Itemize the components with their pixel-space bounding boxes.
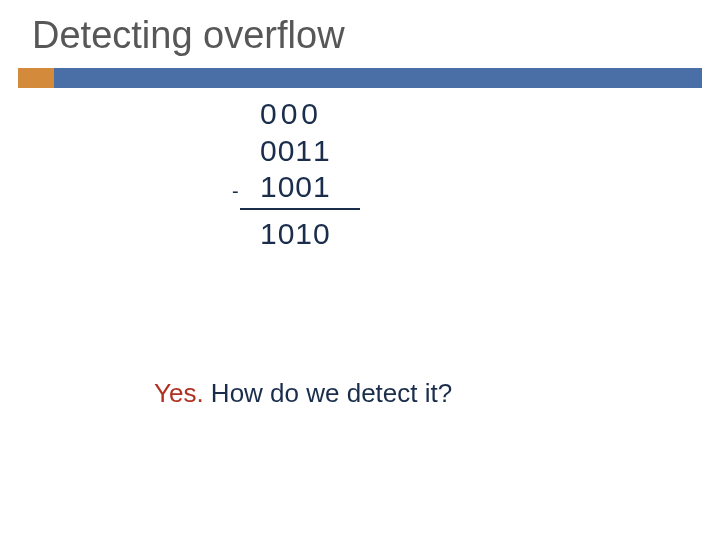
operand-1: 0011 bbox=[230, 133, 430, 170]
answer-yes: Yes. bbox=[154, 378, 204, 408]
slide-title: Detecting overflow bbox=[32, 14, 345, 57]
operand-2-row: - 1001 bbox=[230, 169, 430, 206]
calc-divider bbox=[240, 208, 360, 210]
operand-2: 1001 bbox=[260, 170, 331, 203]
operator-sign: - bbox=[232, 179, 240, 203]
question-text: How do we detect it? bbox=[204, 378, 453, 408]
calculation-block: 000 0011 - 1001 1010 bbox=[230, 96, 430, 252]
title-rule bbox=[54, 68, 702, 88]
accent-box bbox=[18, 68, 54, 88]
footer-text: Yes. How do we detect it? bbox=[154, 378, 452, 409]
result-row: 1010 bbox=[230, 216, 430, 253]
carry-row: 000 bbox=[230, 96, 430, 133]
